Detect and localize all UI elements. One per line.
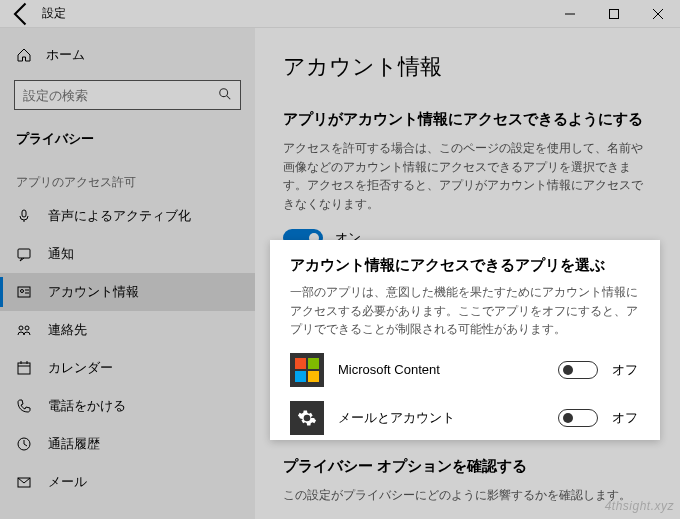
section1-title: アプリがアカウント情報にアクセスできるようにする [283,110,652,129]
home-icon [16,47,32,63]
svg-rect-14 [18,363,30,374]
sidebar-item-label: 音声によるアクティブ化 [48,207,191,225]
account-icon [16,284,32,300]
search-box[interactable] [14,80,241,110]
app-name: Microsoft Content [338,362,544,377]
sidebar: ホーム プライバシー アプリのアクセス許可 音声によるアクティブ化 通知 [0,28,255,519]
svg-point-9 [21,290,24,293]
minimize-icon [565,9,575,19]
close-button[interactable] [636,0,680,28]
highlight-card: アカウント情報にアクセスできるアプリを選ぶ 一部のアプリは、意図した機能を果たす… [270,240,660,440]
section2-desc: 一部のアプリは、意図した機能を果たすためにアカウント情報にアクセスする必要があり… [290,283,640,339]
svg-rect-7 [18,249,30,258]
mail-accounts-icon [290,401,324,435]
svg-point-12 [19,326,23,330]
sidebar-item-contacts[interactable]: 連絡先 [0,311,255,349]
sidebar-item-label: 通知 [48,245,74,263]
window-title: 設定 [42,5,66,22]
section3-desc: この設定がプライバシーにどのように影響するかを確認します。 [283,486,652,505]
microphone-icon [16,208,32,224]
back-button[interactable] [8,0,36,28]
app-toggle-label: オフ [612,361,640,379]
sidebar-section-label: アプリのアクセス許可 [0,156,255,197]
svg-point-4 [220,88,228,96]
sidebar-item-calendar[interactable]: カレンダー [0,349,255,387]
notification-icon [16,246,32,262]
maximize-button[interactable] [592,0,636,28]
titlebar: 設定 [0,0,680,28]
section3-title: プライバシー オプションを確認する [283,457,652,476]
search-input[interactable] [23,88,218,103]
microsoft-content-icon [290,353,324,387]
section2-title: アカウント情報にアクセスできるアプリを選ぶ [290,256,640,275]
sidebar-item-label: 電話をかける [48,397,126,415]
svg-rect-8 [18,287,30,297]
calendar-icon [16,360,32,376]
svg-rect-6 [22,210,26,217]
maximize-icon [609,9,619,19]
arrow-left-icon [8,0,36,28]
sidebar-item-notifications[interactable]: 通知 [0,235,255,273]
sidebar-item-label: メール [48,473,87,491]
app-toggle-mail-accounts[interactable] [558,409,598,427]
app-toggle-label: オフ [612,409,640,427]
sidebar-item-label: 連絡先 [48,321,87,339]
sidebar-item-label: カレンダー [48,359,113,377]
sidebar-item-label: 通話履歴 [48,435,100,453]
app-name: メールとアカウント [338,409,544,427]
svg-rect-1 [610,9,619,18]
sidebar-item-voice-activation[interactable]: 音声によるアクティブ化 [0,197,255,235]
app-row-mail-accounts: メールとアカウント オフ [290,401,640,435]
sidebar-item-email[interactable]: メール [0,463,255,501]
sidebar-item-phone-calls[interactable]: 電話をかける [0,387,255,425]
svg-point-13 [25,326,29,330]
app-row-microsoft-content: Microsoft Content オフ [290,353,640,387]
section1-desc: アクセスを許可する場合は、このページの設定を使用して、名前や画像などのアカウント… [283,139,652,213]
close-icon [653,9,663,19]
svg-line-5 [227,95,231,99]
search-icon [218,87,232,104]
contacts-icon [16,322,32,338]
watermark: 4thsight.xyz [605,499,674,513]
sidebar-item-label: アカウント情報 [48,283,139,301]
sidebar-category: プライバシー [0,120,255,156]
sidebar-home[interactable]: ホーム [0,36,255,74]
phone-icon [16,398,32,414]
minimize-button[interactable] [548,0,592,28]
app-toggle-microsoft-content[interactable] [558,361,598,379]
call-history-icon [16,436,32,452]
sidebar-nav: 音声によるアクティブ化 通知 アカウント情報 連絡先 カレンダー [0,197,255,519]
sidebar-home-label: ホーム [46,46,85,64]
page-title: アカウント情報 [283,52,652,82]
sidebar-item-call-history[interactable]: 通話履歴 [0,425,255,463]
sidebar-item-account-info[interactable]: アカウント情報 [0,273,255,311]
mail-icon [16,474,32,490]
